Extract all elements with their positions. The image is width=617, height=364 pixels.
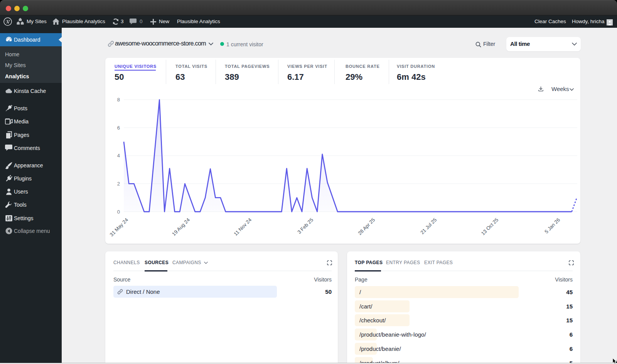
svg-text:21 Jul 25: 21 Jul 25 <box>419 217 438 236</box>
svg-text:19 Aug 24: 19 Aug 24 <box>171 217 191 237</box>
svg-text:4: 4 <box>117 153 120 158</box>
svg-text:0: 0 <box>117 209 120 215</box>
svg-text:11 Nov 24: 11 Nov 24 <box>233 217 253 237</box>
svg-text:8: 8 <box>117 97 120 103</box>
svg-text:6: 6 <box>117 125 120 131</box>
svg-text:13 Oct 25: 13 Oct 25 <box>480 217 499 236</box>
svg-text:3 Feb 25: 3 Feb 25 <box>296 217 314 235</box>
svg-text:2: 2 <box>117 181 120 187</box>
svg-text:5 Jan 26: 5 Jan 26 <box>543 217 561 235</box>
svg-text:31 May 24: 31 May 24 <box>109 217 130 238</box>
svg-text:28 Apr 25: 28 Apr 25 <box>357 217 376 236</box>
